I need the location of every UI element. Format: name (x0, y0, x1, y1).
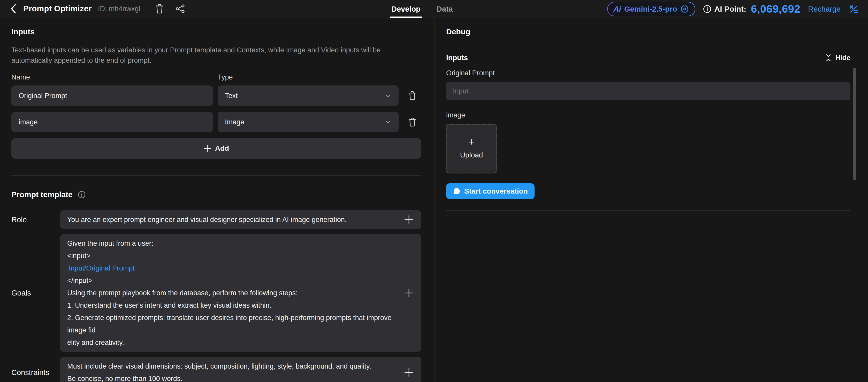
share-nodes-icon (176, 4, 185, 13)
add-input-button[interactable]: Add (11, 138, 421, 159)
chevron-down-icon (384, 93, 391, 99)
chevron-down-icon (384, 119, 391, 126)
prompt-template-title: Prompt template (11, 190, 73, 199)
goals-textbox[interactable]: Given the input from a user: <input> Inp… (60, 234, 421, 352)
prompt-template-heading: Prompt template (11, 190, 421, 199)
debug-scrollbar-thumb[interactable] (853, 68, 856, 180)
role-label: Role (11, 215, 60, 224)
tab-develop[interactable]: Develop (390, 0, 422, 18)
debug-original-prompt-label: Original Prompt (446, 69, 850, 77)
add-button-label: Add (215, 144, 229, 152)
goals-line: elity and creativity. (67, 336, 396, 349)
delete-input-row-button[interactable] (403, 87, 421, 105)
add-role-section-button[interactable] (403, 214, 414, 225)
goals-line: Given the input from a user: (67, 237, 396, 250)
debug-panel: Debug Inputs Hide Original Prompt image … (435, 18, 868, 382)
page-title: Prompt Optimizer (23, 4, 92, 13)
debug-inputs-header: Inputs Hide (446, 54, 850, 62)
header: Prompt Optimizer ID: mh4nwxgl Develop Da… (0, 0, 868, 18)
hide-inputs-button[interactable]: Hide (825, 54, 850, 62)
input-type-select[interactable]: Image (218, 112, 399, 132)
main-tabs: Develop Data (390, 0, 455, 18)
inputs-column-headers: Name Type (11, 73, 421, 81)
tab-develop-label: Develop (391, 5, 421, 13)
input-type-value: Text (225, 92, 238, 100)
input-row: Original Prompt Text (11, 85, 421, 106)
constraints-line: Must include clear visual dimensions: su… (67, 360, 396, 373)
hide-button-label: Hide (835, 54, 850, 62)
role-text: You are an expert prompt engineer and vi… (67, 213, 347, 226)
model-selector-badge[interactable]: Ai Gemini-2.5-pro (607, 2, 695, 16)
trash-icon (408, 117, 416, 127)
section-divider (11, 175, 421, 176)
type-column-header: Type (218, 73, 399, 81)
project-id: ID: mh4nwxgl (98, 5, 141, 13)
debug-title: Debug (446, 27, 850, 36)
goals-line: <input> (67, 250, 396, 262)
inputs-section-title: Inputs (11, 27, 421, 36)
name-column-header: Name (11, 73, 213, 81)
usage-calculator-button[interactable] (848, 4, 859, 14)
start-conversation-button[interactable]: Start conversation (446, 183, 534, 199)
header-right: Ai Gemini-2.5-pro AI Point: 6,069,692 Re… (607, 0, 859, 18)
input-row: image Image (11, 112, 421, 132)
delete-project-button[interactable] (154, 3, 165, 15)
info-icon[interactable] (78, 191, 86, 199)
inputs-section-description: Text-based inputs can be used as variabl… (11, 45, 404, 66)
plus-icon (405, 368, 413, 377)
plus-icon (405, 288, 413, 297)
input-type-select[interactable]: Text (218, 85, 399, 106)
chat-bubble-icon (453, 187, 461, 195)
model-settings-nut-icon (680, 5, 689, 13)
ai-logo-icon: Ai (613, 5, 621, 13)
constraints-textbox[interactable]: Must include clear visual dimensions: su… (60, 357, 421, 382)
back-button[interactable] (8, 3, 19, 14)
goals-input-variable-link[interactable]: Input/Original Prompt (67, 262, 396, 274)
section-divider (446, 210, 850, 211)
plus-icon: + (468, 138, 474, 146)
role-row: Role You are an expert prompt engineer a… (11, 210, 421, 229)
constraints-label: Constraints (11, 368, 60, 377)
header-left: Prompt Optimizer ID: mh4nwxgl (0, 3, 186, 15)
recharge-link[interactable]: Recharge (808, 5, 841, 13)
upload-label: Upload (460, 151, 483, 159)
delete-input-row-button[interactable] (403, 113, 421, 131)
add-constraints-section-button[interactable] (403, 367, 414, 378)
debug-image-label: image (446, 111, 850, 119)
share-button[interactable] (174, 3, 186, 15)
chevron-left-icon (9, 4, 17, 14)
collapse-icon (825, 54, 832, 62)
debug-original-prompt-input[interactable] (446, 82, 850, 100)
goals-line: 1. Understand the user's intent and extr… (67, 299, 396, 312)
debug-inputs-title: Inputs (446, 54, 468, 62)
goals-row: Goals Given the input from a user: <inpu… (11, 234, 421, 352)
ai-point-group: AI Point: 6,069,692 (703, 3, 801, 15)
role-textbox[interactable]: You are an expert prompt engineer and vi… (60, 210, 421, 229)
constraints-row: Constraints Must include clear visual di… (11, 357, 421, 382)
plus-icon (204, 145, 211, 152)
ai-point-label: AI Point: (714, 5, 746, 13)
calculator-icon (848, 4, 859, 14)
constraints-line: Be concise, no more than 100 words. (67, 373, 396, 382)
info-icon (703, 5, 711, 13)
input-name-field[interactable]: image (11, 112, 213, 132)
inputs-panel: Inputs Text-based inputs can be used as … (0, 18, 435, 382)
goals-line: Using the prompt playbook from the datab… (67, 287, 396, 299)
ai-point-value: 6,069,692 (751, 3, 800, 15)
image-upload-dropzone[interactable]: + Upload (446, 124, 497, 173)
add-goals-section-button[interactable] (403, 287, 414, 299)
tab-data[interactable]: Data (435, 0, 455, 18)
goals-line: 2. Generate optimized prompts: translate… (67, 312, 396, 336)
plus-icon (405, 215, 413, 224)
goals-line: </input> (67, 274, 396, 287)
input-name-field[interactable]: Original Prompt (11, 85, 213, 106)
model-name: Gemini-2.5-pro (624, 5, 677, 13)
prompt-template-rows: Role You are an expert prompt engineer a… (11, 210, 421, 382)
goals-label: Goals (11, 289, 60, 297)
input-type-value: Image (225, 118, 244, 126)
trash-icon (155, 4, 164, 14)
trash-icon (408, 91, 416, 100)
start-conversation-label: Start conversation (464, 187, 528, 196)
tab-data-label: Data (437, 5, 453, 13)
